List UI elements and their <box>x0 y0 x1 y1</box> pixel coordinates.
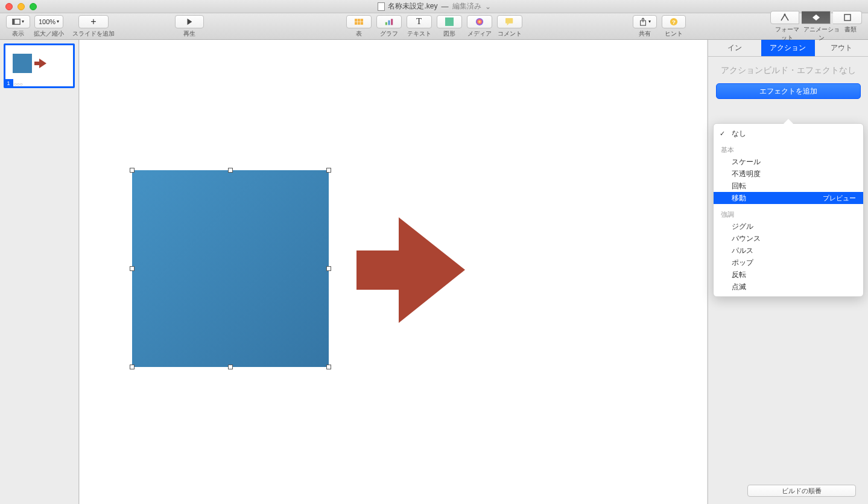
red-arrow-shape[interactable] <box>356 217 465 323</box>
effect-option-jiggle[interactable]: ジグル <box>714 220 863 232</box>
thumb-arrow-icon <box>34 59 46 68</box>
shape-button[interactable] <box>437 15 462 28</box>
selection-handle[interactable] <box>228 365 233 369</box>
effect-option-opacity[interactable]: 不透明度 <box>714 168 863 180</box>
format-tab[interactable] <box>770 11 799 24</box>
no-effect-label: アクションビルド・エフェクトなし <box>721 65 856 76</box>
close-window-button[interactable] <box>5 3 13 10</box>
preview-label[interactable]: プレビュー <box>823 194 856 203</box>
svg-point-15 <box>784 13 786 15</box>
build-order-button[interactable]: ビルドの順番 <box>747 485 856 497</box>
tab-build-out[interactable]: アウト <box>815 40 868 56</box>
blue-square-shape[interactable] <box>132 170 329 367</box>
selection-handle[interactable] <box>130 266 135 271</box>
svg-text:?: ? <box>672 18 676 25</box>
slide-number: 1 <box>4 79 13 88</box>
effect-group-emphasis: 強調 <box>714 206 863 220</box>
zoom-dropdown[interactable]: 100%▾ <box>34 15 63 28</box>
shape-label: 図形 <box>443 30 455 38</box>
selection-handle[interactable] <box>228 168 233 173</box>
effect-option-pop[interactable]: ポップ <box>714 257 863 269</box>
svg-rect-9 <box>445 18 454 26</box>
maximize-window-button[interactable] <box>30 3 37 10</box>
effect-option-move[interactable]: 移動 プレビュー <box>714 192 863 204</box>
document-icon <box>377 2 384 11</box>
thumb-square-icon <box>13 54 32 73</box>
comment-label: コメント <box>498 30 522 38</box>
svg-rect-8 <box>391 19 393 25</box>
text-button[interactable]: T <box>407 15 432 28</box>
document-label: 書類 <box>841 25 860 42</box>
view-label: 表示 <box>12 30 24 38</box>
table-label: 表 <box>356 30 362 38</box>
filename-label: 名称未設定.key <box>388 1 437 11</box>
format-label: フォーマット <box>773 25 802 42</box>
document-tab[interactable] <box>833 11 862 24</box>
svg-rect-11 <box>505 18 513 23</box>
chart-button[interactable] <box>376 15 402 28</box>
media-button[interactable] <box>467 15 492 28</box>
table-button[interactable] <box>346 15 372 28</box>
zoom-label: 拡大／縮小 <box>34 30 64 38</box>
selection-handle[interactable] <box>326 266 331 271</box>
slide-canvas[interactable] <box>80 40 707 504</box>
effect-group-basic: 基本 <box>714 142 863 156</box>
text-label: テキスト <box>407 30 431 38</box>
toolbar: ▾ 表示 100%▾ 拡大／縮小 + スライドを追加 再生 表 グラフ <box>0 13 868 40</box>
effect-option-pulse[interactable]: パルス <box>714 244 863 257</box>
effect-option-bounce[interactable]: バウンス <box>714 232 863 244</box>
effect-option-none[interactable]: なし <box>714 127 863 139</box>
effect-option-blink[interactable]: 点滅 <box>714 281 863 293</box>
play-label: 再生 <box>183 30 195 38</box>
add-effect-button[interactable]: エフェクトを追加 <box>716 83 861 99</box>
effect-picker-popover: なし 基本 スケール 不透明度 回転 移動 プレビュー 強調 ジグル バウンス … <box>713 123 864 297</box>
add-slide-button[interactable]: + <box>78 15 109 28</box>
share-label: 共有 <box>639 30 651 38</box>
play-button[interactable] <box>175 15 204 28</box>
chart-label: グラフ <box>380 30 398 38</box>
selection-handle[interactable] <box>130 365 135 369</box>
effect-option-rotate[interactable]: 回転 <box>714 180 863 192</box>
edited-label: 編集済み <box>452 1 481 11</box>
chevron-down-icon: ⌄ <box>485 2 491 11</box>
slide-navigator: 1 ○○○ <box>0 40 79 504</box>
share-button[interactable]: ▾ <box>633 15 657 28</box>
effect-move-label: 移動 <box>732 193 746 203</box>
svg-rect-6 <box>385 22 387 25</box>
tab-build-in[interactable]: イン <box>708 40 761 56</box>
hint-button[interactable]: ? <box>662 15 686 28</box>
tab-action[interactable]: アクション <box>761 40 814 56</box>
canvas-area[interactable] <box>79 40 708 504</box>
effect-option-flip[interactable]: 反転 <box>714 269 863 281</box>
svg-rect-7 <box>388 20 390 25</box>
view-button[interactable]: ▾ <box>6 15 30 28</box>
svg-rect-1 <box>13 19 15 24</box>
slide-thumbnail[interactable]: 1 ○○○ <box>4 43 75 88</box>
svg-point-10 <box>475 18 483 25</box>
selection-handle[interactable] <box>326 168 331 173</box>
effect-option-scale[interactable]: スケール <box>714 156 863 168</box>
animation-tab[interactable] <box>802 11 831 24</box>
selection-handle[interactable] <box>326 365 331 369</box>
minimize-window-button[interactable] <box>17 3 25 10</box>
selection-handle[interactable] <box>130 168 135 173</box>
inspector-panel: イン アクション アウト アクションビルド・エフェクトなし エフェクトを追加 な… <box>708 40 868 504</box>
titlebar: 名称未設定.key — 編集済み ⌄ <box>0 0 868 13</box>
svg-rect-16 <box>844 14 851 21</box>
hint-label: ヒント <box>665 30 683 38</box>
window-title[interactable]: 名称未設定.key — 編集済み ⌄ <box>377 1 490 11</box>
animation-label: アニメーション <box>802 25 841 42</box>
media-label: メディア <box>467 30 492 38</box>
slide-build-indicator: ○○○ <box>14 81 23 87</box>
add-slide-label: スライドを追加 <box>72 30 115 38</box>
comment-button[interactable] <box>497 15 522 28</box>
